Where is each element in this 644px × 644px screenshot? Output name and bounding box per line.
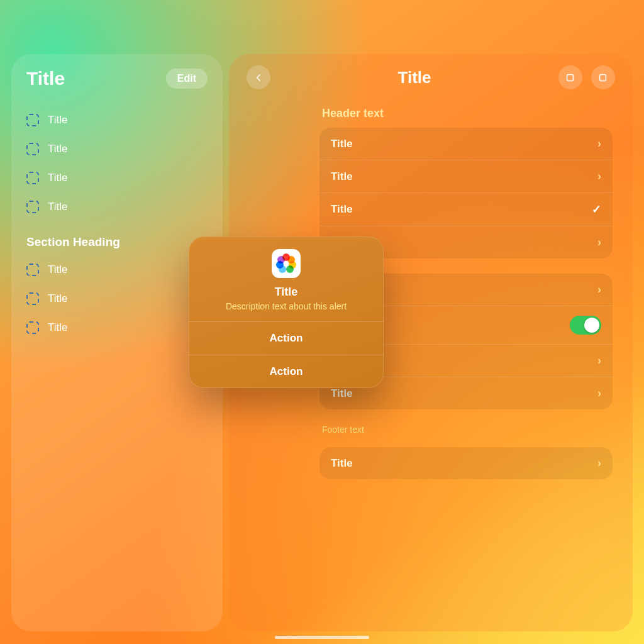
svg-rect-0 <box>567 74 574 80</box>
row-label: Title <box>331 138 353 150</box>
back-button[interactable] <box>247 65 270 89</box>
placeholder-icon <box>26 292 39 305</box>
placeholder-icon <box>26 114 39 126</box>
chevron-right-icon: › <box>597 137 601 150</box>
list-row[interactable]: Title › <box>319 128 613 160</box>
sidebar-item[interactable]: Title <box>26 106 208 135</box>
checkmark-icon: ✓ <box>592 203 601 216</box>
chevron-right-icon: › <box>597 387 601 400</box>
sidebar-item[interactable]: Title <box>26 313 208 342</box>
list-row[interactable]: Title › <box>319 447 613 479</box>
section-footer: Footer text <box>322 425 610 435</box>
sidebar-item-label: Title <box>48 172 68 184</box>
alert-description: Description text about this alert <box>200 301 372 311</box>
sidebar-title: Title <box>26 68 65 89</box>
chevron-right-icon: › <box>597 283 601 296</box>
row-label: Title <box>331 170 353 183</box>
toggle-switch[interactable] <box>570 316 601 335</box>
list-section-3: Title › <box>319 447 613 479</box>
sidebar-item[interactable]: Title <box>26 135 208 164</box>
sidebar-item[interactable]: Title <box>26 284 208 313</box>
toolbar-button-1[interactable] <box>558 65 582 89</box>
sidebar-item-label: Title <box>48 321 68 334</box>
edit-button[interactable]: Edit <box>166 69 208 89</box>
list-row[interactable]: Title › <box>319 160 613 193</box>
chevron-left-icon <box>253 72 264 83</box>
section-heading-label: Section Heading <box>26 235 120 249</box>
square-icon <box>597 72 608 83</box>
section-header: Header text <box>322 107 610 120</box>
placeholder-icon <box>26 201 39 213</box>
square-icon <box>565 72 575 83</box>
sidebar-item[interactable]: Title <box>26 192 208 221</box>
sidebar-item-label: Title <box>48 264 68 276</box>
page-title: Title <box>398 68 431 87</box>
alert-dialog: Title Description text about this alert … <box>189 236 384 388</box>
placeholder-icon <box>26 264 39 276</box>
placeholder-icon <box>26 321 39 334</box>
chevron-right-icon: › <box>597 354 601 367</box>
sidebar-item-label: Title <box>48 292 68 305</box>
row-label: Title <box>331 203 353 216</box>
sidebar-item-label: Title <box>48 114 68 126</box>
photos-app-icon <box>272 249 301 278</box>
chevron-right-icon: › <box>597 236 601 249</box>
sidebar-item[interactable]: Title 42 <box>26 255 208 284</box>
section-heading[interactable]: Section Heading ⌄ <box>26 221 208 255</box>
row-label: Title <box>331 387 353 400</box>
svg-rect-1 <box>600 74 606 80</box>
chevron-right-icon: › <box>597 457 601 470</box>
home-indicator[interactable] <box>275 636 369 639</box>
alert-title: Title <box>200 286 372 299</box>
sidebar-item[interactable]: Title <box>26 164 208 192</box>
alert-action-button[interactable]: Action <box>189 322 384 355</box>
row-label: Title <box>331 457 353 470</box>
toolbar-button-2[interactable] <box>591 65 615 89</box>
placeholder-icon <box>26 172 39 184</box>
sidebar-item-label: Title <box>48 201 68 213</box>
chevron-right-icon: › <box>597 170 601 183</box>
sidebar-item-label: Title <box>48 143 68 155</box>
list-row[interactable]: Title ✓ <box>319 193 613 226</box>
alert-action-button[interactable]: Action <box>189 355 384 388</box>
placeholder-icon <box>26 143 39 155</box>
